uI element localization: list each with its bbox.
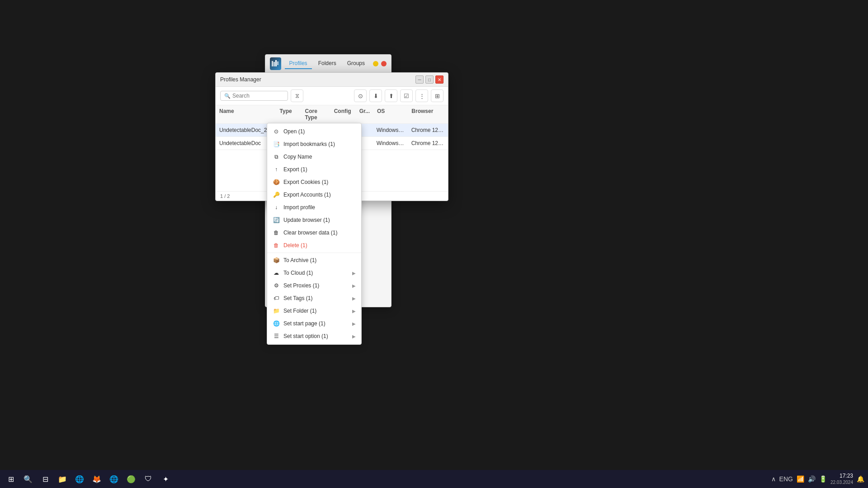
clock-time: 17:23 [830,473,853,480]
menu-item-export[interactable]: ↑ Export (1) [267,163,361,176]
menu-item-set-tags[interactable]: 🏷 Set Tags (1) ▶ [267,292,361,305]
bg-app-logo [270,57,281,70]
menu-item-set-start-option[interactable]: ☰ Set start option (1) ▶ [267,330,361,343]
window-minimize-btn[interactable]: ─ [415,75,424,84]
wifi-icon[interactable]: 📶 [797,475,804,483]
window-restore-btn[interactable]: □ [425,75,434,84]
import-profile-icon: ↓ [273,204,280,211]
webpage-icon: 🌐 [273,320,280,327]
submenu-arrow: ▶ [352,334,356,339]
export-cookies-icon: 🍪 [273,178,280,186]
bg-minimize-btn[interactable] [373,61,378,66]
menu-item-label: To Cloud (1) [283,270,349,276]
submenu-arrow: ▶ [352,309,356,314]
submenu-arrow: ▶ [352,321,356,326]
bg-tab-folders[interactable]: Folders [314,58,341,69]
bg-window-tabs[interactable]: Profiles Folders Groups [285,58,369,69]
table-header: Name Type Core Type Config Gr... OS Brow… [216,105,448,124]
bg-tab-profiles[interactable]: Profiles [285,58,312,69]
checkbox-btn[interactable]: ☑ [400,89,413,102]
explorer-btn[interactable]: 📁 [55,472,70,486]
menu-item-import-bookmarks[interactable]: 📑 Import bookmarks (1) [267,138,361,150]
menu-item-copy-name[interactable]: ⧉ Copy Name [267,150,361,163]
system-tray: ∧ ENG 📶 🔊 🔋 17:23 22.03.2024 🔔 [771,473,864,486]
search-box[interactable]: 🔍 [220,91,288,101]
row-browser: Chrome 122.0.0.0 [408,139,448,147]
col-name: Name [216,107,276,122]
download-btn[interactable]: ⬇ [369,89,382,102]
app1-btn[interactable]: 🟢 [124,472,138,486]
menu-item-set-page[interactable]: 🌐 Set start page (1) ▶ [267,317,361,330]
folder-icon: 📁 [273,307,280,314]
context-menu: ⊙ Open (1) 📑 Import bookmarks (1) ⧉ Copy… [267,123,362,345]
menu-item-label: Import bookmarks (1) [283,141,356,147]
copy-icon: ⧉ [273,153,280,160]
bg-tab-groups[interactable]: Groups [343,58,369,69]
clear-browser-icon: 🗑 [273,229,280,236]
chevron-up-icon[interactable]: ∧ [771,475,776,483]
open-icon: ⊙ [273,128,280,135]
menu-divider [267,253,361,253]
app3-btn[interactable]: ✦ [158,472,173,486]
export-btn[interactable]: ⬆ [385,89,397,102]
export-icon: ↑ [273,166,280,173]
taskbar-clock[interactable]: 17:23 22.03.2024 [830,473,853,486]
menu-item-clear-browser-data[interactable]: 🗑 Clear browser data (1) [267,226,361,239]
col-gr: Gr... [356,107,373,122]
menu-item-open[interactable]: ⊙ Open (1) [267,125,361,138]
keyboard-icon[interactable]: ENG [779,475,793,483]
window-close-btn[interactable]: ✕ [435,75,443,84]
chrome-btn[interactable]: 🌐 [72,472,87,486]
col-type: Type [276,107,302,122]
filter-btn[interactable]: ⧖ [291,89,303,102]
menu-item-set-proxies[interactable]: ⚙ Set Proxies (1) ▶ [267,279,361,292]
window-titlebar: Profiles Manager ─ □ ✕ [216,73,448,87]
app2-btn[interactable]: 🛡 [141,472,156,486]
upload-btn[interactable]: ⊙ [354,89,367,102]
menu-item-export-accounts[interactable]: 🔑 Export Accounts (1) [267,188,361,201]
cloud-icon: ☁ [273,269,280,277]
svg-rect-1 [274,62,275,66]
window-controls: ─ □ ✕ [415,75,443,84]
submenu-arrow: ▶ [352,296,356,301]
search-icon: 🔍 [224,93,231,99]
menu-item-label: Open (1) [283,128,356,135]
menu-item-export-cookies[interactable]: 🍪 Export Cookies (1) [267,176,361,188]
menu-item-label: Set Tags (1) [283,295,349,301]
firefox-btn[interactable]: 🦊 [90,472,104,486]
menu-item-label: Delete (1) [283,242,356,249]
row-os: Windows 10 [373,139,408,147]
bg-window-controls [373,61,387,66]
more-btn[interactable]: ⋮ [415,89,428,102]
battery-icon[interactable]: 🔋 [819,475,827,483]
taskbar: ⊞ 🔍 ⊟ 📁 🌐 🦊 🌐 🟢 🛡 ✦ ∧ ENG 📶 🔊 🔋 17:23 22… [0,470,868,488]
menu-item-update-browser[interactable]: 🔄 Update browser (1) [267,214,361,226]
menu-item-label: Export Cookies (1) [283,179,356,185]
col-os: OS [373,107,408,122]
col-core-type: Core Type [302,107,330,122]
menu-item-label: Copy Name [283,154,356,160]
menu-item-import-profile[interactable]: ↓ Import profile [267,201,361,214]
start-btn[interactable]: ⊞ [4,472,18,486]
menu-item-delete[interactable]: 🗑 Delete (1) [267,239,361,252]
search-input[interactable] [232,93,282,99]
menu-item-to-archive[interactable]: 📦 To Archive (1) [267,254,361,267]
bg-close-btn[interactable] [381,61,387,66]
menu-item-set-folder[interactable]: 📁 Set Folder (1) ▶ [267,305,361,317]
search-btn[interactable]: 🔍 [21,472,35,486]
col-browser: Browser [408,107,448,122]
toolbar: 🔍 ⧖ ⊙ ⬇ ⬆ ☑ ⋮ ⊞ [216,87,448,105]
menu-item-to-cloud[interactable]: ☁ To Cloud (1) ▶ [267,267,361,279]
clock-date: 22.03.2024 [830,479,853,485]
menu-item-label: Set start option (1) [283,333,349,339]
volume-icon[interactable]: 🔊 [808,475,816,483]
row-browser: Chrome 122.0.0.0 [408,126,448,134]
task-view-btn[interactable]: ⊟ [38,472,52,486]
notifications-icon[interactable]: 🔔 [857,475,864,483]
row-os: Windows 10 [373,126,408,134]
browser2-btn[interactable]: 🌐 [107,472,121,486]
bg-window-titlebar: Profiles Folders Groups [265,55,391,73]
layout-btn[interactable]: ⊞ [431,89,443,102]
delete-icon: 🗑 [273,242,280,249]
start-option-icon: ☰ [273,333,280,340]
